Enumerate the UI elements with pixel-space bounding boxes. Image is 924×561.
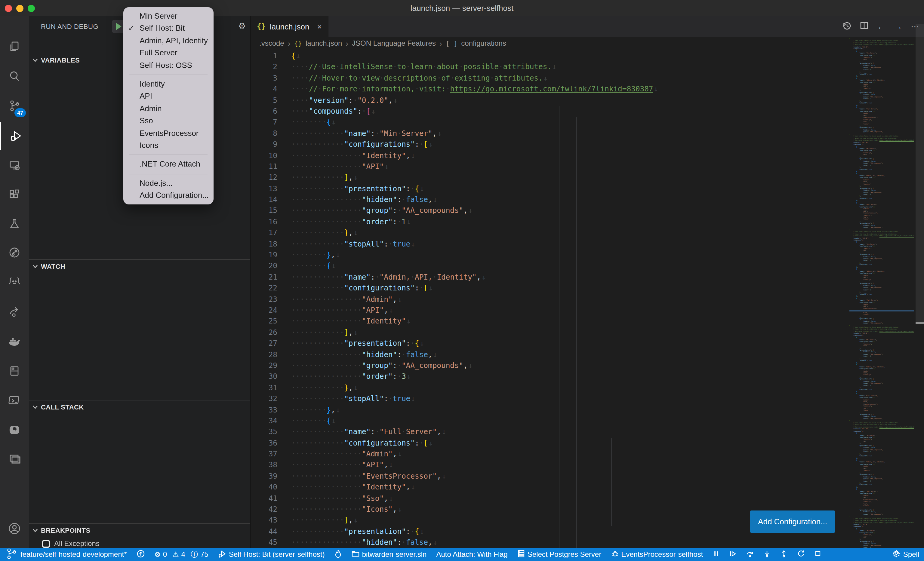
activity-bar-item-source-control[interactable]: 47: [0, 92, 29, 120]
breadcrumb-item[interactable]: launch.json: [306, 39, 342, 48]
code-line: 21············"name":·"Admin,·API,·Ident…: [251, 272, 924, 283]
activity-bar-item-testing[interactable]: [0, 210, 29, 238]
menu-item-admin-api-identity[interactable]: Admin, API, Identity: [123, 35, 213, 47]
section-breakpoints[interactable]: BREAKPOINTS: [29, 524, 250, 537]
menu-item-eventsprocessor[interactable]: EventsProcessor: [123, 127, 213, 139]
status-item-debug-restart[interactable]: [797, 550, 805, 559]
menu-item-add-configuration[interactable]: Add Configuration...: [123, 189, 213, 202]
back-icon[interactable]: ←: [877, 22, 885, 31]
scrollbar-decoration: [916, 322, 924, 324]
breadcrumb-item[interactable]: .vscode: [259, 39, 284, 48]
chevron-down-icon: [33, 265, 38, 268]
activity-bar-item-powershell[interactable]: [0, 387, 29, 414]
play-icon: [116, 23, 121, 30]
activity-bar-item-extensions[interactable]: [0, 181, 29, 209]
menu-item-api[interactable]: API: [123, 90, 213, 103]
activity-bar-item-remote-explorer[interactable]: [0, 151, 29, 179]
activity-bar-item-search[interactable]: [0, 62, 29, 90]
eol-marker: ↓: [432, 538, 438, 546]
activity-bar-item-accounts[interactable]: [0, 515, 29, 542]
status-item-publish-changes[interactable]: [136, 549, 145, 560]
activity-bar-item-gitlens[interactable]: [0, 239, 29, 266]
breadcrumb[interactable]: .vscode›{}launch.json›JSON Language Feat…: [259, 37, 506, 50]
minimap[interactable]: { // Use IntelliSense to learn about pos…: [849, 38, 914, 548]
code-line: 3····//·Hover·to·view·descriptions·of·ex…: [251, 73, 924, 84]
editor-scrollbar[interactable]: [916, 16, 924, 548]
forward-icon[interactable]: →: [894, 22, 902, 31]
code-line: 23················"Admin",↓: [251, 294, 924, 305]
status-item-debug-config[interactable]: Self Host: Bit (server-selfhost): [218, 549, 325, 560]
eol-marker: ↓: [331, 262, 336, 270]
section-call-stack[interactable]: CALL STACK: [29, 401, 250, 414]
code-editor[interactable]: 1{↓2····//·Use·IntelliSense·to·learn·abo…: [251, 51, 924, 548]
line-number: 18: [251, 238, 291, 250]
eol-marker: ↓: [353, 174, 358, 182]
activity-bar-item-live-share[interactable]: [0, 298, 29, 326]
add-configuration-button[interactable]: Add Configuration...: [750, 510, 835, 533]
code-line: 39················"EventsProcessor",↓: [251, 471, 924, 482]
section-watch[interactable]: WATCH: [29, 260, 250, 273]
code-line: 37················"Admin",↓: [251, 449, 924, 460]
status-item-debug-step-out[interactable]: [780, 550, 787, 559]
chevron-down-icon: [33, 58, 38, 62]
menu-item-net-core-attach[interactable]: .NET Core Attach: [123, 159, 213, 171]
breadcrumb-item[interactable]: JSON Language Features: [352, 39, 436, 48]
activity-bar-item-run-and-debug[interactable]: [0, 122, 30, 150]
menu-item-node-js[interactable]: Node.js...: [123, 177, 213, 189]
folder-icon: [351, 550, 359, 559]
code-line: 11················"API"↓: [251, 161, 924, 172]
code-line: 2····//·Use·IntelliSense·to·learn·about·…: [251, 61, 924, 73]
status-item-debug-continue[interactable]: [729, 550, 736, 559]
history-icon[interactable]: [842, 21, 851, 32]
code-line: 38················"API",↓: [251, 460, 924, 471]
code-line: 36············"configurations":·[↓: [251, 437, 924, 449]
code-line: 10················"Identity",↓: [251, 150, 924, 161]
menu-item-self-host-oss[interactable]: Self Host: OSS: [123, 59, 213, 72]
json-icon: {}: [294, 39, 302, 47]
status-item-postgres-server[interactable]: Select Postgres Server: [518, 550, 601, 559]
eol-marker: ↓: [335, 251, 340, 259]
activity-bar-item-docker[interactable]: [0, 328, 29, 355]
menu-item-sso[interactable]: Sso: [123, 115, 213, 127]
line-number: 8: [251, 128, 291, 139]
menu-item-self-host-bit[interactable]: ✓Self Host: Bit: [123, 22, 213, 35]
activity-bar-item-explorer[interactable]: [0, 33, 29, 60]
activity-bar-item-postgresql[interactable]: [0, 416, 29, 444]
status-item-solution[interactable]: bitwarden-server.sln: [351, 550, 426, 559]
status-item-flame[interactable]: [334, 549, 341, 560]
eol-marker: ↓: [397, 505, 402, 513]
menu-item-full-server[interactable]: Full Server: [123, 47, 213, 59]
vscode-window: launch.json — server-selfhost 47 RUN AND…: [0, 0, 924, 561]
code-line: 22············"configurations":·[↓: [251, 283, 924, 294]
menu-item-identity[interactable]: Identity: [123, 78, 213, 90]
close-icon[interactable]: ×: [317, 22, 321, 31]
line-number: 2: [251, 61, 291, 73]
checkbox-unchecked[interactable]: [42, 540, 50, 548]
line-number: 6: [251, 106, 291, 117]
activity-bar-item-database[interactable]: [0, 357, 29, 385]
status-item-auto-attach[interactable]: Auto Attach: With Flag: [436, 550, 507, 559]
tab-launch-json[interactable]: {} launch.json ×: [251, 16, 328, 37]
menu-item-min-server[interactable]: Min Server: [123, 10, 213, 22]
status-item-git-branch[interactable]: feature/self-hosted-development*: [5, 548, 127, 561]
code-line: 7········{↓: [251, 117, 924, 128]
status-item-debug-pause[interactable]: [712, 550, 719, 559]
menu-item-admin[interactable]: Admin: [123, 103, 213, 115]
section-label: VARIABLES: [41, 57, 80, 64]
split-icon[interactable]: [860, 21, 868, 32]
status-item-debug-stop[interactable]: [814, 550, 821, 559]
menu-item-icons[interactable]: Icons: [123, 139, 213, 152]
status-item-events-processor[interactable]: EventsProcessor-selfhost: [611, 550, 703, 559]
storage-icon: [8, 364, 21, 378]
breadcrumb-item[interactable]: configurations: [461, 39, 506, 48]
status-item-debug-step-into[interactable]: [763, 550, 770, 559]
status-item-problems[interactable]: ⊗0⚠4ⓘ75: [154, 549, 208, 560]
gear-icon[interactable]: ⚙: [238, 21, 246, 31]
activity-bar-item-json-tools[interactable]: [0, 268, 29, 296]
line-number: 4: [251, 84, 291, 95]
breadcrumb-separator: ›: [288, 39, 291, 48]
scrollbar-slider[interactable]: [916, 24, 924, 323]
status-item-debug-step-over[interactable]: [746, 550, 753, 559]
activity-bar-item-browser-windows[interactable]: [0, 446, 29, 473]
status-item-spell-checker[interactable]: Spell: [893, 550, 919, 559]
